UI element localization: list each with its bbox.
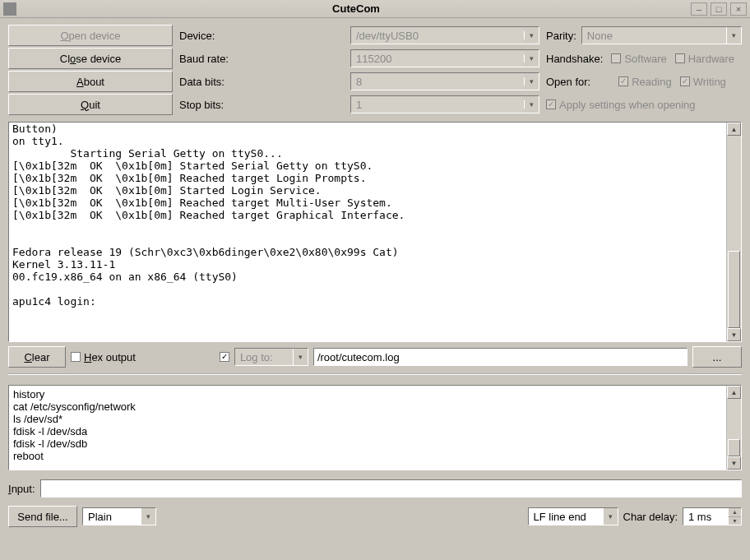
baud-label: Baud rate: — [179, 48, 344, 69]
stopbits-label: Stop bits: — [179, 94, 344, 115]
writing-checkbox: ✓Writing — [680, 76, 726, 88]
arrow-up-icon[interactable]: ▲ — [727, 386, 741, 399]
quit-button[interactable]: Quit — [8, 94, 173, 115]
logto-combo[interactable]: Log to:▾ — [234, 348, 308, 366]
logfile-field[interactable]: /root/cutecom.log — [313, 348, 688, 366]
databits-combo: 8▾ — [350, 72, 539, 90]
close-device-button[interactable]: Close device — [8, 48, 173, 69]
chardelay-spinner[interactable]: 1 ms ▲ ▼ — [683, 507, 742, 525]
parity-label: Parity: — [546, 30, 576, 42]
maximize-button[interactable]: □ — [711, 2, 727, 16]
logto-checkbox[interactable]: ✓ — [220, 352, 229, 362]
arrow-up-icon[interactable]: ▲ — [727, 123, 741, 136]
chevron-down-icon[interactable]: ▾ — [141, 508, 155, 525]
apply-checkbox: ✓Apply settings when opening — [546, 99, 696, 111]
openfor-label: Open for: — [546, 76, 590, 88]
chevron-down-icon: ▾ — [726, 27, 741, 44]
config-grid: Open device Device: /dev/ttyUSB0▾ Parity… — [8, 25, 742, 115]
clear-button[interactable]: Clear — [8, 346, 66, 368]
reading-checkbox: ✓Reading — [618, 76, 671, 88]
chevron-down-icon: ▾ — [524, 77, 539, 86]
terminal-scrollbar[interactable]: ▲ ▼ — [726, 123, 741, 341]
open-device-button: Open device — [8, 25, 173, 46]
baud-combo: 115200▾ — [350, 49, 539, 67]
chevron-down-icon: ▾ — [524, 31, 539, 39]
parity-combo: None▾ — [581, 26, 742, 44]
arrow-down-icon[interactable]: ▼ — [728, 516, 741, 525]
chevron-down-icon: ▾ — [524, 100, 539, 109]
chevron-down-icon[interactable]: ▾ — [603, 508, 618, 525]
chevron-down-icon[interactable]: ▾ — [293, 349, 308, 365]
titlebar: CuteCom – □ × — [0, 0, 750, 18]
history-scrollbar[interactable]: ▲ ▼ — [726, 386, 741, 470]
logfile-browse-button[interactable]: ... — [692, 346, 742, 368]
chardelay-label: Char delay: — [623, 511, 678, 523]
software-checkbox: Software — [611, 53, 666, 65]
stopbits-combo: 1▾ — [350, 95, 539, 113]
device-label: Device: — [179, 25, 344, 46]
close-button[interactable]: × — [730, 2, 747, 16]
arrow-down-icon[interactable]: ▼ — [727, 456, 741, 470]
arrow-up-icon[interactable]: ▲ — [728, 508, 741, 516]
sendfile-button[interactable]: Send file... — [8, 506, 77, 527]
history-list[interactable]: history cat /etc/sysconfig/network ls /d… — [9, 386, 726, 470]
sendmode-combo[interactable]: Plain▾ — [82, 507, 156, 525]
minimize-button[interactable]: – — [691, 2, 707, 16]
window-title: CuteCom — [21, 2, 691, 15]
handshake-label: Handshake: — [546, 53, 603, 65]
arrow-down-icon[interactable]: ▼ — [727, 328, 741, 341]
chevron-down-icon: ▾ — [524, 54, 539, 62]
lineend-combo[interactable]: LF line end▾ — [528, 507, 618, 525]
hardware-checkbox: Hardware — [675, 53, 734, 65]
input-label: Input: — [8, 483, 35, 495]
app-icon — [3, 2, 16, 16]
terminal-output[interactable]: Button) on tty1. Starting Serial Getty o… — [9, 123, 726, 341]
input-field[interactable] — [40, 479, 742, 498]
databits-label: Data bits: — [179, 71, 344, 92]
device-combo: /dev/ttyUSB0▾ — [350, 26, 539, 44]
about-button[interactable]: About — [8, 71, 173, 92]
hexoutput-checkbox[interactable]: Hex output — [71, 351, 136, 363]
